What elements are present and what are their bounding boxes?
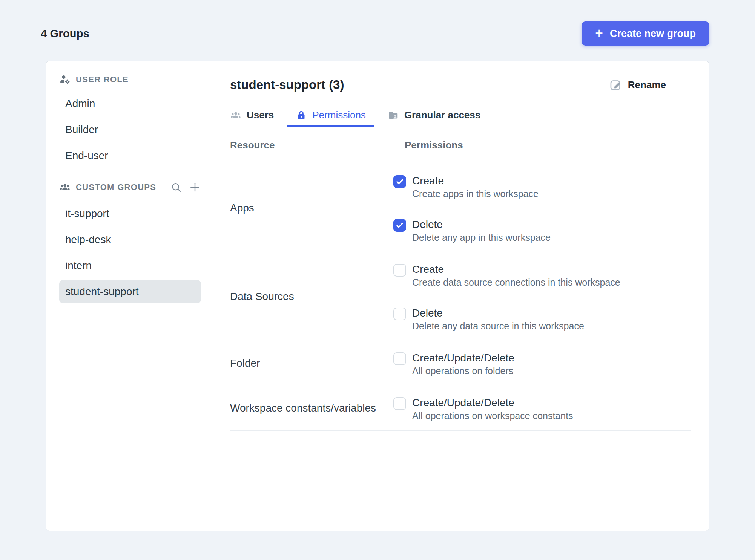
custom-groups-icon bbox=[59, 182, 71, 193]
users-tab-icon bbox=[230, 110, 241, 121]
permission-item: Create Create data source connections in… bbox=[393, 263, 691, 288]
table-row-data-sources: Data Sources Create Create data source c… bbox=[230, 252, 691, 341]
resource-cell: Data Sources bbox=[230, 252, 393, 341]
permission-label: Create bbox=[412, 263, 620, 276]
tab-users[interactable]: Users bbox=[222, 106, 282, 127]
permission-item: Create/Update/Delete All operations on f… bbox=[393, 352, 691, 376]
custom-groups-label: CUSTOM GROUPS bbox=[76, 182, 156, 192]
plus-icon: + bbox=[595, 26, 603, 40]
check-icon bbox=[395, 221, 404, 230]
permission-item: Delete Delete any data source in this wo… bbox=[393, 307, 691, 332]
sidebar-item-help-desk[interactable]: help-desk bbox=[59, 228, 201, 251]
permission-description: Delete any app in this workspace bbox=[412, 232, 551, 243]
folder-cud-checkbox[interactable] bbox=[393, 352, 406, 365]
apps-delete-checkbox[interactable] bbox=[393, 219, 406, 232]
permission-label: Create/Update/Delete bbox=[412, 396, 573, 409]
resource-column-header: Resource bbox=[230, 139, 393, 151]
permission-item: Create Create apps in this workspace bbox=[393, 174, 691, 199]
tab-bar: Users Permissions Granular access bbox=[212, 106, 709, 127]
rename-button[interactable]: Rename bbox=[609, 78, 666, 91]
resource-cell: Folder bbox=[230, 341, 393, 386]
permission-item: Delete Delete any app in this workspace bbox=[393, 218, 691, 243]
sidebar: USER ROLE Admin Builder End-user CUSTOM … bbox=[46, 61, 212, 531]
permission-description: All operations on folders bbox=[412, 365, 514, 376]
lock-icon bbox=[296, 110, 307, 121]
sidebar-item-student-support[interactable]: student-support bbox=[59, 280, 201, 303]
user-role-icon bbox=[59, 74, 71, 85]
group-detail-panel: student-support (3) Rename U bbox=[212, 61, 709, 531]
create-new-group-label: Create new group bbox=[610, 28, 696, 40]
tab-permissions[interactable]: Permissions bbox=[287, 106, 374, 127]
permission-label: Create bbox=[412, 174, 539, 187]
permission-description: All operations on workspace constants bbox=[412, 410, 573, 421]
user-role-header: USER ROLE bbox=[59, 72, 201, 87]
table-row-apps: Apps Create Create apps in this workspac… bbox=[230, 164, 691, 252]
granular-access-icon bbox=[388, 110, 399, 121]
rename-label: Rename bbox=[628, 79, 666, 91]
datasources-create-checkbox[interactable] bbox=[393, 264, 406, 277]
groups-card: USER ROLE Admin Builder End-user CUSTOM … bbox=[46, 61, 709, 531]
resource-cell: Workspace constants/variables bbox=[230, 386, 393, 430]
permission-label: Delete bbox=[412, 218, 551, 231]
create-new-group-button[interactable]: + Create new group bbox=[582, 21, 709, 46]
workspace-constants-cud-checkbox[interactable] bbox=[393, 397, 406, 410]
user-role-label: USER ROLE bbox=[76, 75, 129, 84]
permission-label: Create/Update/Delete bbox=[412, 352, 514, 364]
custom-groups-header: CUSTOM GROUPS bbox=[59, 180, 201, 194]
datasources-delete-checkbox[interactable] bbox=[393, 308, 406, 320]
permission-description: Delete any data source in this workspace bbox=[412, 320, 584, 332]
check-icon bbox=[395, 177, 404, 186]
sidebar-item-admin[interactable]: Admin bbox=[59, 92, 201, 115]
tab-granular-access[interactable]: Granular access bbox=[379, 106, 489, 127]
apps-create-checkbox[interactable] bbox=[393, 175, 406, 188]
sidebar-item-intern[interactable]: intern bbox=[59, 254, 201, 277]
permission-item: Create/Update/Delete All operations on w… bbox=[393, 396, 691, 421]
edit-icon bbox=[609, 78, 622, 91]
search-icon[interactable] bbox=[170, 181, 182, 193]
sidebar-item-it-support[interactable]: it-support bbox=[59, 202, 201, 225]
sidebar-item-builder[interactable]: Builder bbox=[59, 118, 201, 141]
permission-description: Create apps in this workspace bbox=[412, 188, 539, 199]
permission-description: Create data source connections in this w… bbox=[412, 277, 620, 288]
group-title: student-support (3) bbox=[230, 78, 344, 92]
table-row-folder: Folder Create/Update/Delete All operatio… bbox=[230, 341, 691, 386]
table-header-row: Resource Permissions bbox=[230, 127, 691, 164]
sidebar-item-end-user[interactable]: End-user bbox=[59, 144, 201, 167]
table-row-workspace-constants: Workspace constants/variables Create/Upd… bbox=[230, 386, 691, 431]
page-title: 4 Groups bbox=[41, 28, 89, 40]
permission-label: Delete bbox=[412, 307, 584, 320]
resource-cell: Apps bbox=[230, 164, 393, 252]
permissions-column-header: Permissions bbox=[393, 139, 691, 151]
topbar: 4 Groups + Create new group bbox=[0, 0, 755, 46]
add-group-icon[interactable] bbox=[189, 181, 201, 193]
